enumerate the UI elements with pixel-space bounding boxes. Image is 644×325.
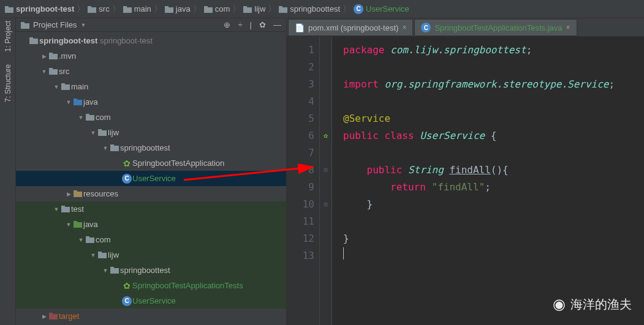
breadcrumb-item[interactable]: java bbox=[165, 4, 191, 13]
line-gutter[interactable]: 123 456 789 101112 13 bbox=[287, 37, 320, 325]
panel-actions: ⊕ ÷ | ✿ — bbox=[224, 20, 281, 29]
fold-icon[interactable]: ⊟ bbox=[320, 196, 331, 213]
tree-node-sbtest-test[interactable]: springboottest bbox=[16, 263, 286, 278]
tree-node-test[interactable]: test bbox=[16, 201, 286, 217]
chevron-down-icon[interactable] bbox=[89, 130, 97, 136]
tree-node-lijw[interactable]: lijw bbox=[16, 125, 286, 140]
breadcrumb-item[interactable]: springboottest bbox=[279, 4, 340, 13]
folder-icon bbox=[21, 21, 29, 28]
project-tool-tab[interactable]: 1: Project bbox=[4, 21, 12, 52]
spring-bean-icon[interactable]: ✿ bbox=[320, 127, 331, 144]
svg-rect-9 bbox=[204, 6, 208, 9]
tree-leaf-app[interactable]: ✿ SpringbootTestApplication bbox=[16, 155, 286, 171]
chevron-down-icon[interactable] bbox=[102, 145, 109, 151]
svg-rect-29 bbox=[98, 129, 102, 132]
tree-node-resources[interactable]: resources bbox=[16, 186, 286, 201]
chevron-down-icon[interactable] bbox=[53, 84, 60, 90]
close-icon[interactable]: × bbox=[566, 23, 570, 32]
tree-node-main[interactable]: main bbox=[16, 79, 286, 94]
package-icon bbox=[97, 129, 108, 136]
svg-rect-37 bbox=[74, 221, 77, 223]
tree-node-src[interactable]: src bbox=[16, 64, 286, 79]
close-icon[interactable]: × bbox=[402, 23, 406, 32]
separator: | bbox=[250, 20, 252, 29]
chevron-down-icon[interactable] bbox=[65, 99, 72, 105]
tree-node-lijw-test[interactable]: lijw bbox=[16, 247, 286, 263]
breadcrumb: springboot-test 〉 src 〉 main 〉 java 〉 co… bbox=[0, 0, 644, 18]
editor-area: 📄 pom.xml (springboot-test) × C Springbo… bbox=[287, 18, 644, 325]
chevron-down-icon[interactable] bbox=[77, 114, 85, 121]
panel-title[interactable]: Project Files ▼ bbox=[21, 20, 86, 29]
tree-node-java-test[interactable]: java bbox=[16, 217, 286, 232]
watermark: ◉ 海洋的渔夫 bbox=[553, 296, 632, 313]
tree-leaf-apptests[interactable]: ✿ SpringbootTestApplicationTests bbox=[16, 278, 286, 293]
structure-tool-tab[interactable]: 7: Structure bbox=[4, 64, 12, 102]
svg-rect-25 bbox=[74, 99, 77, 101]
gear-icon[interactable]: ✿ bbox=[259, 20, 266, 29]
tree-node-java[interactable]: java bbox=[16, 94, 286, 110]
chevron-right-icon[interactable] bbox=[40, 313, 48, 319]
chevron-down-icon[interactable] bbox=[102, 267, 109, 274]
chevron-down-icon[interactable] bbox=[53, 206, 60, 212]
editor-tab-tests[interactable]: C SpringbootTestApplicationTests.java × bbox=[414, 19, 577, 36]
class-icon: C bbox=[121, 296, 132, 306]
chevron-down-icon[interactable] bbox=[65, 222, 72, 228]
tree-node-target[interactable]: target bbox=[16, 308, 286, 324]
folder-icon bbox=[204, 6, 213, 12]
package-icon bbox=[109, 267, 120, 274]
panel-header: Project Files ▼ ⊕ ÷ | ✿ — bbox=[16, 18, 286, 32]
tree-node-com-test[interactable]: com bbox=[16, 232, 286, 247]
breadcrumb-item[interactable]: C UserService bbox=[354, 4, 409, 14]
chevron-down-icon[interactable] bbox=[40, 69, 48, 75]
chevron-right-icon: 〉 bbox=[112, 4, 121, 15]
svg-rect-27 bbox=[86, 114, 89, 116]
tool-window-bar: 1: Project 7: Structure bbox=[0, 18, 16, 325]
code-body[interactable]: package com.lijw.springboottest; import … bbox=[332, 37, 644, 325]
chevron-right-icon: 〉 bbox=[154, 4, 162, 15]
breadcrumb-item[interactable]: springboot-test bbox=[5, 4, 74, 13]
tree-node-springboottest[interactable]: springboottest bbox=[16, 140, 286, 155]
svg-rect-15 bbox=[21, 22, 25, 24]
tree-node-com[interactable]: com bbox=[16, 110, 286, 125]
collapse-icon[interactable]: ÷ bbox=[238, 20, 242, 29]
svg-rect-13 bbox=[279, 6, 282, 9]
svg-rect-1 bbox=[5, 6, 9, 9]
resources-folder-icon bbox=[72, 190, 83, 197]
svg-rect-41 bbox=[98, 252, 102, 254]
fold-icon[interactable]: ⊟ bbox=[320, 162, 331, 179]
class-icon: C bbox=[121, 174, 132, 184]
chevron-right-icon: 〉 bbox=[193, 4, 202, 15]
file-icon: 📄 bbox=[295, 23, 305, 32]
tree-leaf-userservice[interactable]: C UserService bbox=[16, 171, 286, 186]
project-tree[interactable]: springboot-test springboot-test .mvn src… bbox=[16, 32, 286, 325]
editor-tabs: 📄 pom.xml (springboot-test) × C Springbo… bbox=[287, 18, 644, 37]
chevron-right-icon: 〉 bbox=[343, 4, 351, 15]
package-icon bbox=[97, 252, 108, 258]
chevron-down-icon[interactable] bbox=[77, 237, 85, 243]
svg-rect-7 bbox=[165, 6, 169, 9]
excluded-folder-icon bbox=[48, 313, 59, 319]
breadcrumb-item[interactable]: main bbox=[123, 4, 151, 13]
target-icon[interactable]: ⊕ bbox=[224, 20, 230, 29]
breadcrumb-item[interactable]: src bbox=[88, 4, 109, 13]
chevron-right-icon[interactable] bbox=[65, 191, 72, 197]
minimize-icon[interactable]: — bbox=[273, 20, 281, 29]
chevron-down-icon[interactable] bbox=[89, 252, 97, 258]
package-icon bbox=[109, 144, 120, 151]
svg-rect-43 bbox=[110, 267, 114, 269]
svg-rect-11 bbox=[243, 6, 247, 9]
spring-icon: ✿ bbox=[121, 159, 132, 168]
tree-node-mvn[interactable]: .mvn bbox=[16, 48, 286, 64]
svg-rect-23 bbox=[61, 83, 65, 86]
chevron-right-icon[interactable] bbox=[40, 53, 48, 59]
breadcrumb-item[interactable]: com bbox=[204, 4, 230, 13]
breadcrumb-item[interactable]: lijw bbox=[243, 4, 265, 13]
folder-icon bbox=[165, 6, 173, 12]
tree-root[interactable]: springboot-test springboot-test bbox=[16, 33, 286, 48]
editor-tab-pom[interactable]: 📄 pom.xml (springboot-test) × bbox=[288, 19, 413, 36]
svg-rect-21 bbox=[49, 68, 53, 70]
tree-leaf-userservice-test[interactable]: C UserService bbox=[16, 293, 286, 308]
package-icon bbox=[85, 114, 96, 121]
folder-icon bbox=[60, 206, 71, 212]
editor-content[interactable]: 123 456 789 101112 13 ✿ ⊟ ⊟ package com.… bbox=[287, 37, 644, 325]
